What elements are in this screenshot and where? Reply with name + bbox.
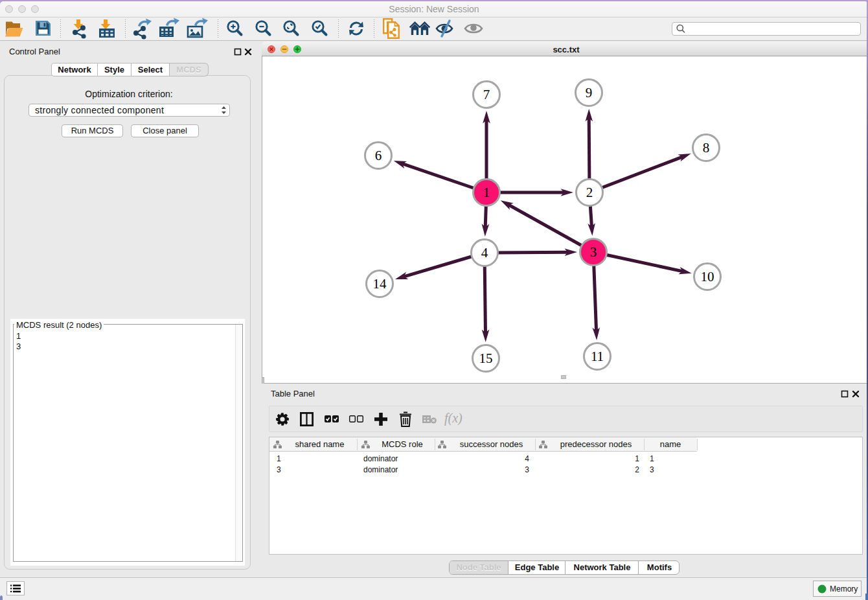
- svg-text:8: 8: [703, 140, 710, 156]
- svg-text:2: 2: [586, 185, 593, 200]
- svg-text:11: 11: [591, 349, 604, 364]
- svg-text:1: 1: [483, 185, 490, 200]
- svg-text:9: 9: [586, 85, 593, 100]
- svg-text:7: 7: [483, 87, 490, 102]
- svg-text:4: 4: [481, 245, 488, 260]
- svg-text:14: 14: [373, 276, 387, 292]
- svg-text:3: 3: [590, 244, 597, 260]
- svg-text:10: 10: [701, 269, 714, 284]
- svg-text:15: 15: [479, 351, 493, 366]
- svg-text:6: 6: [375, 148, 382, 163]
